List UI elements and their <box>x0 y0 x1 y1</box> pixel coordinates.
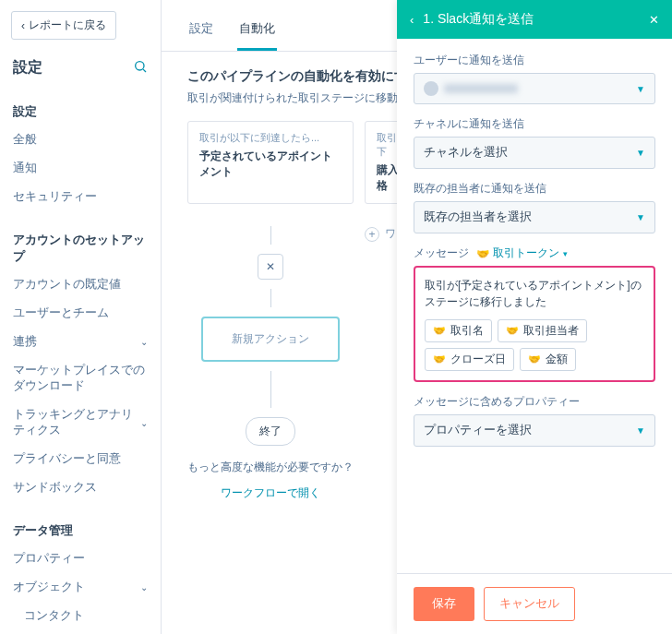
sidebar-item-label: マーケットプレイスでのダウンロード <box>13 363 148 394</box>
panel-footer: 保存 キャンセル <box>397 573 672 634</box>
stage-name: 予定されているアポイントメント <box>199 149 342 180</box>
message-label: メッセージ <box>414 246 469 260</box>
advanced-question: もっと高度な機能が必要ですか？ <box>187 461 354 474</box>
property-select[interactable]: プロパティーを選択 ▼ <box>414 414 655 447</box>
sidebar-title: 設定 <box>13 58 42 78</box>
panel-header: ‹ 1. Slack通知を送信 ✕ <box>397 0 672 39</box>
sidebar-item[interactable]: プライバシーと同意 <box>0 445 161 473</box>
stage-card[interactable]: 取引が以下に到達したら... 予定されているアポイントメント <box>187 121 354 204</box>
sidebar-item[interactable]: オブジェクト⌄ <box>0 573 161 602</box>
delete-action-button[interactable]: ✕ <box>258 254 283 280</box>
sidebar-item-label: 連携 <box>13 334 37 350</box>
sidebar-subitem[interactable]: コンタクト <box>0 602 161 630</box>
deal-token-link[interactable]: 🤝 取引トークン ▾ <box>476 246 568 260</box>
settings-sidebar: ‹ レポートに戻る 設定 設定全般通知セキュリティーアカウントのセットアップアカ… <box>0 0 162 634</box>
sidebar-item-label: トラッキングとアナリティクス <box>13 407 140 438</box>
message-text: 取引が[予定されているアポイントメント]のステージに移行しました <box>425 277 644 310</box>
back-to-reports-button[interactable]: ‹ レポートに戻る <box>11 11 116 40</box>
owner-notify-label: 既存の担当者に通知を送信 <box>414 182 655 196</box>
sidebar-item-label: オブジェクト <box>13 580 85 595</box>
property-placeholder: プロパティーを選択 <box>424 423 532 438</box>
workflow-column: ✕ 新規アクション 終了 もっと高度な機能が必要ですか？ ワークフローで開く <box>187 226 354 501</box>
channel-select[interactable]: チャネルを選択 ▼ <box>414 137 655 169</box>
sidebar-item[interactable]: 全般 <box>0 126 161 154</box>
plus-icon: + <box>365 227 379 242</box>
chevron-down-icon: ⌄ <box>140 337 148 347</box>
user-notify-label: ユーザーに通知を送信 <box>414 54 655 67</box>
panel-back-icon[interactable]: ‹ <box>410 13 414 27</box>
chevron-left-icon: ‹ <box>21 19 25 32</box>
close-icon[interactable]: ✕ <box>649 13 659 27</box>
user-select[interactable]: ▼ <box>414 73 655 104</box>
token-label: 金額 <box>546 353 568 366</box>
handshake-icon: 🤝 <box>528 353 541 365</box>
sidebar-item-label: セキュリティー <box>13 189 97 205</box>
save-button[interactable]: 保存 <box>414 587 474 621</box>
new-action-box[interactable]: 新規アクション <box>201 317 340 362</box>
token-label: 取引名 <box>450 324 484 338</box>
chevron-down-icon: ▼ <box>636 84 645 94</box>
sidebar-section-title: アカウントのセットアップ <box>0 224 161 270</box>
cancel-button[interactable]: キャンセル <box>484 587 575 621</box>
sidebar-section-title: データ管理 <box>0 515 161 544</box>
channel-notify-label: チャネルに通知を送信 <box>414 117 655 131</box>
chevron-down-icon: ⌄ <box>140 418 148 428</box>
props-label: メッセージに含めるプロパティー <box>414 395 655 409</box>
svg-line-1 <box>143 69 146 72</box>
sidebar-item-label: アカウントの既定値 <box>13 277 121 293</box>
sidebar-item[interactable]: トラッキングとアナリティクス⌄ <box>0 401 161 445</box>
token-label: クローズ日 <box>450 353 506 366</box>
handshake-icon: 🤝 <box>433 353 446 365</box>
sidebar-item[interactable]: ユーザーとチーム <box>0 299 161 328</box>
sidebar-item[interactable]: 通知 <box>0 154 161 183</box>
open-workflow-link[interactable]: ワークフローで開く <box>221 485 320 501</box>
sidebar-item[interactable]: 連携⌄ <box>0 328 161 356</box>
message-token[interactable]: 🤝金額 <box>520 348 576 371</box>
sidebar-item-label: ユーザーとチーム <box>13 305 109 321</box>
message-token[interactable]: 🤝取引名 <box>425 319 492 342</box>
stage-reach-label: 取引が以下に到達したら... <box>199 131 342 145</box>
sidebar-item-label: 通知 <box>13 161 37 176</box>
message-token[interactable]: 🤝クローズ日 <box>425 348 514 371</box>
sidebar-item[interactable]: マーケットプレイスでのダウンロード <box>0 356 161 401</box>
handshake-icon: 🤝 <box>433 325 446 337</box>
chevron-down-icon: ▾ <box>563 249 568 258</box>
sidebar-item[interactable]: プロパティー <box>0 544 161 573</box>
handshake-icon: 🤝 <box>476 247 489 260</box>
chevron-down-icon: ⌄ <box>140 582 148 592</box>
token-label: 取引担当者 <box>523 324 579 338</box>
svg-point-0 <box>136 62 144 70</box>
end-node: 終了 <box>246 417 295 446</box>
owner-placeholder: 既存の担当者を選択 <box>424 209 532 225</box>
sidebar-item[interactable]: サンドボックス <box>0 473 161 502</box>
sidebar-item-label: 全般 <box>13 132 37 148</box>
sidebar-section-title: 設定 <box>0 96 161 126</box>
chevron-down-icon: ▼ <box>636 212 645 222</box>
sidebar-item[interactable]: セキュリティー <box>0 183 161 211</box>
handshake-icon: 🤝 <box>506 325 519 337</box>
avatar <box>424 81 438 96</box>
search-icon[interactable] <box>133 59 148 77</box>
chevron-down-icon: ▼ <box>636 148 645 158</box>
back-label: レポートに戻る <box>29 18 106 33</box>
sidebar-item-label: サンドボックス <box>13 480 97 496</box>
panel-title: 1. Slack通知を送信 <box>423 11 534 28</box>
channel-placeholder: チャネルを選択 <box>424 145 508 161</box>
sidebar-subitem[interactable]: 会社 <box>0 630 161 634</box>
message-token[interactable]: 🤝取引担当者 <box>498 319 587 342</box>
message-editor[interactable]: 取引が[予定されているアポイントメント]のステージに移行しました 🤝取引名🤝取引… <box>414 266 655 382</box>
user-name-redacted <box>444 84 518 93</box>
slack-action-panel: ‹ 1. Slack通知を送信 ✕ ユーザーに通知を送信 ▼ チャネルに通知を送… <box>397 0 672 634</box>
chevron-down-icon: ▼ <box>636 425 645 436</box>
sidebar-item[interactable]: アカウントの既定値 <box>0 270 161 299</box>
sidebar-item-label: プロパティー <box>13 551 85 567</box>
tab[interactable]: 設定 <box>187 11 215 51</box>
owner-select[interactable]: 既存の担当者を選択 ▼ <box>414 201 655 233</box>
sidebar-item-label: プライバシーと同意 <box>13 451 121 467</box>
tab[interactable]: 自動化 <box>237 11 277 51</box>
